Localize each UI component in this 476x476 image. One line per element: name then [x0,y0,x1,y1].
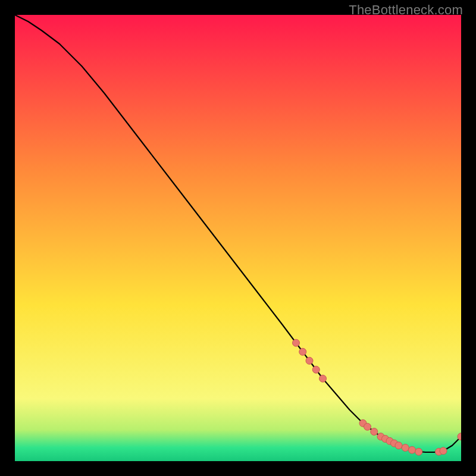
data-marker [440,447,447,455]
chart-frame: TheBottleneck.com [0,0,476,476]
data-marker [395,442,402,449]
data-marker [364,423,371,430]
plot-area [15,15,461,461]
data-marker [409,446,416,453]
data-marker [293,339,300,346]
data-marker [415,448,422,455]
data-marker [312,366,320,373]
data-marker [299,348,306,355]
gradient-background [15,15,461,461]
data-marker [371,428,378,436]
bottleneck-chart [15,15,461,461]
data-marker [402,444,409,452]
data-marker [306,357,313,364]
data-marker [320,375,327,382]
